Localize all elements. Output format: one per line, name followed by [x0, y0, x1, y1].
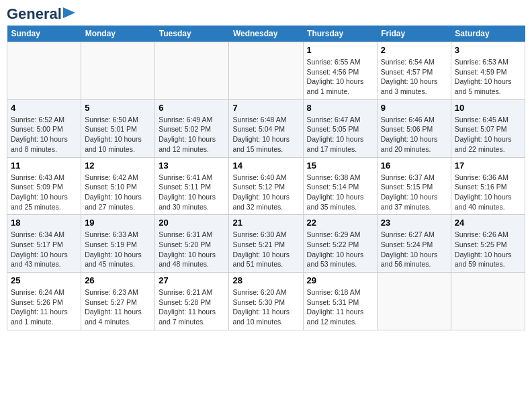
calendar-cell: 11Sunrise: 6:43 AM Sunset: 5:09 PM Dayli… — [7, 157, 81, 215]
day-info: Sunrise: 6:30 AM Sunset: 5:21 PM Dayligh… — [232, 230, 299, 269]
day-number: 17 — [455, 161, 521, 171]
day-number: 25 — [11, 275, 77, 285]
header-wednesday: Wednesday — [229, 26, 303, 42]
day-number: 6 — [159, 103, 225, 113]
calendar-cell: 10Sunrise: 6:45 AM Sunset: 5:07 PM Dayli… — [451, 99, 525, 157]
day-info: Sunrise: 6:45 AM Sunset: 5:07 PM Dayligh… — [455, 115, 521, 154]
day-info: Sunrise: 6:41 AM Sunset: 5:11 PM Dayligh… — [159, 173, 225, 212]
day-info: Sunrise: 6:36 AM Sunset: 5:16 PM Dayligh… — [455, 173, 521, 212]
page-header: General — [7, 7, 525, 20]
logo-arrow-icon — [63, 7, 75, 18]
day-info: Sunrise: 6:31 AM Sunset: 5:20 PM Dayligh… — [159, 230, 225, 269]
calendar-cell: 21Sunrise: 6:30 AM Sunset: 5:21 PM Dayli… — [229, 215, 303, 273]
day-number: 28 — [232, 275, 299, 285]
calendar-cell: 4Sunrise: 6:52 AM Sunset: 5:00 PM Daylig… — [7, 99, 81, 157]
day-number: 20 — [159, 218, 225, 228]
week-row-4: 18Sunrise: 6:34 AM Sunset: 5:17 PM Dayli… — [7, 215, 525, 273]
calendar-cell: 14Sunrise: 6:40 AM Sunset: 5:12 PM Dayli… — [229, 157, 303, 215]
calendar-cell: 7Sunrise: 6:48 AM Sunset: 5:04 PM Daylig… — [229, 99, 303, 157]
calendar-cell: 6Sunrise: 6:49 AM Sunset: 5:02 PM Daylig… — [155, 99, 229, 157]
day-info: Sunrise: 6:50 AM Sunset: 5:01 PM Dayligh… — [85, 115, 151, 154]
day-number: 8 — [307, 103, 373, 113]
day-info: Sunrise: 6:23 AM Sunset: 5:27 PM Dayligh… — [85, 287, 151, 327]
header-saturday: Saturday — [451, 26, 525, 42]
header-tuesday: Tuesday — [155, 26, 229, 42]
day-number: 16 — [381, 161, 447, 171]
header-thursday: Thursday — [303, 26, 377, 42]
calendar-cell: 3Sunrise: 6:53 AM Sunset: 4:59 PM Daylig… — [451, 42, 525, 100]
day-info: Sunrise: 6:38 AM Sunset: 5:14 PM Dayligh… — [307, 173, 373, 212]
day-number: 12 — [85, 161, 151, 171]
calendar-cell: 18Sunrise: 6:34 AM Sunset: 5:17 PM Dayli… — [7, 215, 81, 273]
calendar-cell: 26Sunrise: 6:23 AM Sunset: 5:27 PM Dayli… — [81, 273, 155, 330]
logo-text: General — [7, 7, 62, 21]
day-info: Sunrise: 6:27 AM Sunset: 5:24 PM Dayligh… — [381, 230, 447, 269]
calendar-cell — [451, 273, 525, 330]
day-number: 26 — [85, 275, 151, 285]
day-number: 23 — [381, 218, 447, 228]
calendar-cell: 22Sunrise: 6:29 AM Sunset: 5:22 PM Dayli… — [303, 215, 377, 273]
day-number: 19 — [85, 218, 151, 228]
calendar-cell: 20Sunrise: 6:31 AM Sunset: 5:20 PM Dayli… — [155, 215, 229, 273]
calendar-cell: 25Sunrise: 6:24 AM Sunset: 5:26 PM Dayli… — [7, 273, 81, 330]
header-friday: Friday — [377, 26, 451, 42]
header-monday: Monday — [81, 26, 155, 42]
day-info: Sunrise: 6:53 AM Sunset: 4:59 PM Dayligh… — [455, 57, 521, 97]
calendar-cell: 16Sunrise: 6:37 AM Sunset: 5:15 PM Dayli… — [377, 157, 451, 215]
day-info: Sunrise: 6:43 AM Sunset: 5:09 PM Dayligh… — [11, 173, 77, 212]
week-row-2: 4Sunrise: 6:52 AM Sunset: 5:00 PM Daylig… — [7, 99, 525, 157]
calendar-cell: 2Sunrise: 6:54 AM Sunset: 4:57 PM Daylig… — [377, 42, 451, 100]
calendar-header: SundayMondayTuesdayWednesdayThursdayFrid… — [7, 26, 525, 42]
day-info: Sunrise: 6:46 AM Sunset: 5:06 PM Dayligh… — [381, 115, 447, 154]
calendar-cell: 24Sunrise: 6:26 AM Sunset: 5:25 PM Dayli… — [451, 215, 525, 273]
calendar-cell — [155, 42, 229, 100]
calendar-cell: 13Sunrise: 6:41 AM Sunset: 5:11 PM Dayli… — [155, 157, 229, 215]
day-info: Sunrise: 6:37 AM Sunset: 5:15 PM Dayligh… — [381, 173, 447, 212]
week-row-3: 11Sunrise: 6:43 AM Sunset: 5:09 PM Dayli… — [7, 157, 525, 215]
day-number: 7 — [232, 103, 299, 113]
calendar-cell: 12Sunrise: 6:42 AM Sunset: 5:10 PM Dayli… — [81, 157, 155, 215]
day-info: Sunrise: 6:55 AM Sunset: 4:56 PM Dayligh… — [307, 57, 373, 97]
day-info: Sunrise: 6:40 AM Sunset: 5:12 PM Dayligh… — [232, 173, 299, 212]
day-info: Sunrise: 6:47 AM Sunset: 5:05 PM Dayligh… — [307, 115, 373, 154]
header-sunday: Sunday — [7, 26, 81, 42]
calendar-cell — [377, 273, 451, 330]
day-number: 21 — [232, 218, 299, 228]
day-info: Sunrise: 6:20 AM Sunset: 5:30 PM Dayligh… — [232, 287, 299, 327]
calendar-cell: 27Sunrise: 6:21 AM Sunset: 5:28 PM Dayli… — [155, 273, 229, 330]
day-info: Sunrise: 6:49 AM Sunset: 5:02 PM Dayligh… — [159, 115, 225, 154]
day-number: 29 — [307, 275, 373, 285]
day-info: Sunrise: 6:18 AM Sunset: 5:31 PM Dayligh… — [307, 287, 373, 327]
calendar-table: SundayMondayTuesdayWednesdayThursdayFrid… — [7, 26, 525, 330]
day-number: 5 — [85, 103, 151, 113]
day-number: 14 — [232, 161, 299, 171]
day-info: Sunrise: 6:54 AM Sunset: 4:57 PM Dayligh… — [381, 57, 447, 97]
week-row-5: 25Sunrise: 6:24 AM Sunset: 5:26 PM Dayli… — [7, 273, 525, 330]
day-number: 4 — [11, 103, 77, 113]
day-info: Sunrise: 6:21 AM Sunset: 5:28 PM Dayligh… — [159, 287, 225, 327]
day-info: Sunrise: 6:26 AM Sunset: 5:25 PM Dayligh… — [455, 230, 521, 269]
calendar-cell: 17Sunrise: 6:36 AM Sunset: 5:16 PM Dayli… — [451, 157, 525, 215]
calendar-cell: 23Sunrise: 6:27 AM Sunset: 5:24 PM Dayli… — [377, 215, 451, 273]
day-info: Sunrise: 6:34 AM Sunset: 5:17 PM Dayligh… — [11, 230, 77, 269]
day-number: 22 — [307, 218, 373, 228]
day-info: Sunrise: 6:52 AM Sunset: 5:00 PM Dayligh… — [11, 115, 77, 154]
day-number: 2 — [381, 45, 447, 55]
day-number: 27 — [159, 275, 225, 285]
day-info: Sunrise: 6:42 AM Sunset: 5:10 PM Dayligh… — [85, 173, 151, 212]
day-info: Sunrise: 6:48 AM Sunset: 5:04 PM Dayligh… — [232, 115, 299, 154]
day-info: Sunrise: 6:24 AM Sunset: 5:26 PM Dayligh… — [11, 287, 77, 327]
week-row-1: 1Sunrise: 6:55 AM Sunset: 4:56 PM Daylig… — [7, 42, 525, 100]
svg-marker-0 — [63, 7, 75, 18]
calendar-cell: 15Sunrise: 6:38 AM Sunset: 5:14 PM Dayli… — [303, 157, 377, 215]
day-number: 9 — [381, 103, 447, 113]
day-number: 15 — [307, 161, 373, 171]
day-number: 24 — [455, 218, 521, 228]
day-number: 10 — [455, 103, 521, 113]
calendar-cell: 5Sunrise: 6:50 AM Sunset: 5:01 PM Daylig… — [81, 99, 155, 157]
day-number: 1 — [307, 45, 373, 55]
day-number: 18 — [11, 218, 77, 228]
day-info: Sunrise: 6:29 AM Sunset: 5:22 PM Dayligh… — [307, 230, 373, 269]
calendar-cell: 29Sunrise: 6:18 AM Sunset: 5:31 PM Dayli… — [303, 273, 377, 330]
calendar-cell: 1Sunrise: 6:55 AM Sunset: 4:56 PM Daylig… — [303, 42, 377, 100]
